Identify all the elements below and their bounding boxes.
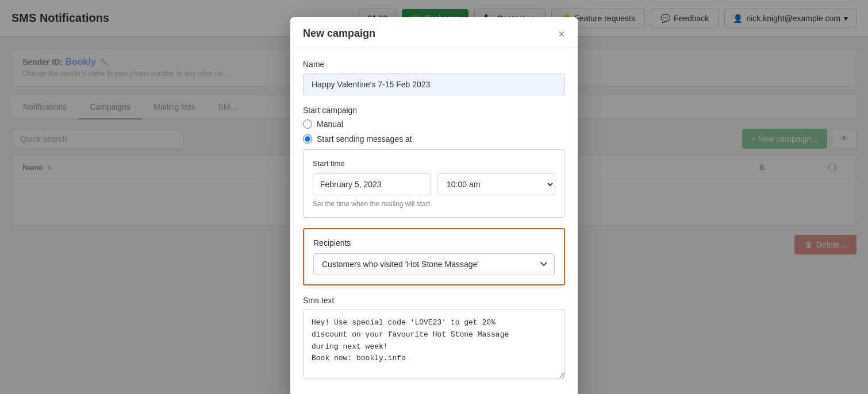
modal-header: New campaign × <box>290 17 578 48</box>
radio-manual-input[interactable] <box>303 119 312 129</box>
modal-close-button[interactable]: × <box>558 28 565 40</box>
start-time-box: Start time 10:00 am 10:30 am 11:00 am Se… <box>303 149 565 218</box>
sms-text-group: Sms text <box>303 296 565 381</box>
radio-schedule-input[interactable] <box>303 134 312 144</box>
radio-schedule-item[interactable]: Start sending messages at <box>303 134 565 144</box>
campaign-name-input[interactable] <box>303 74 565 95</box>
start-campaign-label: Start campaign <box>303 106 565 115</box>
radio-manual-item[interactable]: Manual <box>303 119 565 129</box>
radio-schedule-label: Start sending messages at <box>317 134 412 144</box>
name-form-group: Name <box>303 60 565 95</box>
start-time-label: Start time <box>313 159 555 168</box>
name-label: Name <box>303 60 565 69</box>
time-select[interactable]: 10:00 am 10:30 am 11:00 am <box>437 173 555 195</box>
recipients-section: Recipients Customers who visited 'Hot St… <box>303 228 565 285</box>
sms-textarea[interactable] <box>303 310 565 378</box>
radio-group: Manual Start sending messages at <box>303 119 565 144</box>
modal-body: Name Start campaign Manual Start sending… <box>290 48 578 394</box>
start-campaign-group: Start campaign Manual Start sending mess… <box>303 106 565 218</box>
date-input[interactable] <box>313 173 431 195</box>
sms-text-label: Sms text <box>303 296 565 305</box>
recipients-label: Recipients <box>313 238 555 248</box>
radio-manual-label: Manual <box>317 119 343 129</box>
time-hint: Set the time when the mailing will start <box>313 200 555 208</box>
modal-title: New campaign <box>303 28 375 40</box>
recipients-select[interactable]: Customers who visited 'Hot Stone Massage… <box>313 253 555 275</box>
new-campaign-modal: New campaign × Name Start campaign Manu <box>290 17 578 394</box>
modal-overlay: New campaign × Name Start campaign Manu <box>0 0 868 394</box>
time-inputs: 10:00 am 10:30 am 11:00 am <box>313 173 555 195</box>
